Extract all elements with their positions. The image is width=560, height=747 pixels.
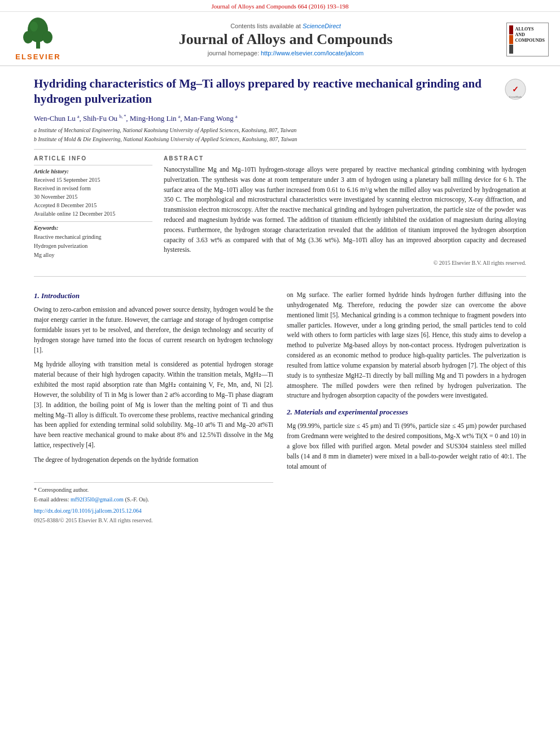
- svg-point-3: [42, 31, 53, 43]
- email-link[interactable]: mf92f35l0@gmail.com: [71, 496, 124, 503]
- intro-para-1: Owing to zero-carbon emission and advanc…: [34, 305, 273, 355]
- keywords-section: Keywords: Reactive mechanical grinding H…: [34, 221, 152, 260]
- journal-homepage-line: journal homepage: http://www.elsevier.co…: [72, 50, 500, 56]
- homepage-link[interactable]: http://www.elsevier.com/locate/jalcom: [261, 50, 364, 56]
- section-2-heading: 2. Materials and experimental processes: [287, 407, 526, 418]
- keyword-3: Mg alloy: [34, 251, 152, 260]
- available-date: Available online 12 December 2015: [34, 209, 152, 218]
- article-info-col: ARTICLE INFO Article history: Received 1…: [34, 155, 152, 266]
- journal-logo-box: ALLOYSANDCOMPOUNDS: [506, 23, 549, 56]
- elsevier-tree-icon: [23, 18, 54, 51]
- issn-line: 0925-8388/© 2015 Elsevier B.V. All right…: [34, 516, 273, 525]
- svg-point-4: [30, 21, 38, 32]
- article-info-abstract: ARTICLE INFO Article history: Received 1…: [34, 155, 526, 266]
- body-right-col: on Mg surface. The earlier formed hydrid…: [287, 285, 526, 525]
- footnote-corresponding: * Corresponding author.: [34, 486, 273, 495]
- divider-after-affiliations: [34, 149, 526, 150]
- doi-link[interactable]: http://dx.doi.org/10.1016/j.jallcom.2015…: [34, 508, 142, 514]
- journal-header: ELSEVIER Contents lists available at Sci…: [0, 12, 560, 66]
- footnote-section: * Corresponding author. E-mail address: …: [34, 482, 273, 525]
- right-para-2: Mg (99.99%, particle size ≤ 45 μm) and T…: [287, 421, 526, 471]
- body-two-col: 1. Introduction Owing to zero-carbon emi…: [34, 285, 526, 525]
- article-info-content: Article history: Received 15 September 2…: [34, 165, 152, 218]
- svg-point-2: [23, 31, 33, 43]
- journal-header-center: Contents lists available at ScienceDirec…: [72, 23, 500, 56]
- journal-reference: Journal of Alloys and Compounds 664 (201…: [212, 3, 349, 10]
- authors-line: Wen-Chun Lu a, Shih-Fu Ou b, *, Ming-Hon…: [34, 114, 526, 123]
- paper-section: ✓ CrossMark Hydriding characteristics of…: [0, 66, 560, 270]
- paper-body-divider: [34, 276, 526, 277]
- top-bar: Journal of Alloys and Compounds 664 (201…: [0, 0, 560, 12]
- keywords-label: Keywords:: [34, 225, 152, 231]
- revised-date: 30 November 2015: [34, 193, 152, 201]
- section-1-heading: 1. Introduction: [34, 290, 273, 302]
- intro-para-2: Mg hydride alloying with transition meta…: [34, 360, 273, 450]
- svg-text:CrossMark: CrossMark: [509, 95, 522, 98]
- sciencedirect-link-text: Contents lists available at ScienceDirec…: [72, 23, 500, 29]
- received-date: Received 15 September 2015: [34, 176, 152, 184]
- elsevier-brand-text: ELSEVIER: [15, 53, 60, 61]
- received-revised-label: Received in revised form: [34, 184, 152, 193]
- crossmark-badge[interactable]: ✓ CrossMark: [505, 78, 526, 102]
- article-info-label: ARTICLE INFO: [34, 155, 152, 161]
- paper-title: Hydriding characteristics of Mg–Ti alloy…: [34, 76, 526, 107]
- footnote-email: E-mail address: mf92f35l0@gmail.com (S.-…: [34, 495, 273, 504]
- intro-para-3: The degree of hydrogenation depends on t…: [34, 455, 273, 465]
- keyword-2: Hydrogen pulverization: [34, 242, 152, 251]
- copyright-line: © 2015 Elsevier B.V. All rights reserved…: [164, 260, 526, 266]
- keyword-1: Reactive mechanical grinding: [34, 233, 152, 242]
- affiliation-a: a Institute of Mechanical Engineering, N…: [34, 126, 526, 134]
- elsevier-logo: ELSEVIER: [11, 18, 65, 61]
- right-para-1: on Mg surface. The earlier formed hydrid…: [287, 290, 526, 401]
- abstract-col: ABSTRACT Nanocrystalline Mg and Mg–10Ti …: [164, 155, 526, 266]
- doi-line: http://dx.doi.org/10.1016/j.jallcom.2015…: [34, 506, 273, 516]
- abstract-label: ABSTRACT: [164, 155, 526, 161]
- logo-box-title: ALLOYSANDCOMPOUNDS: [514, 25, 546, 45]
- journal-logo-right: ALLOYSANDCOMPOUNDS: [506, 23, 549, 56]
- abstract-text: Nanocrystalline Mg and Mg–10Ti hydrogen-…: [164, 165, 526, 255]
- body-left-col: 1. Introduction Owing to zero-carbon emi…: [34, 285, 273, 525]
- svg-text:✓: ✓: [512, 85, 519, 94]
- main-body: 1. Introduction Owing to zero-carbon emi…: [0, 282, 560, 536]
- crossmark-icon: ✓ CrossMark: [505, 78, 526, 100]
- history-label: Article history:: [34, 168, 152, 174]
- journal-title-header: Journal of Alloys and Compounds: [72, 31, 500, 48]
- accepted-date: Accepted 8 December 2015: [34, 201, 152, 209]
- affiliation-b: b Institute of Mold & Die Engineering, N…: [34, 136, 526, 143]
- sciencedirect-link[interactable]: ScienceDirect: [303, 23, 341, 29]
